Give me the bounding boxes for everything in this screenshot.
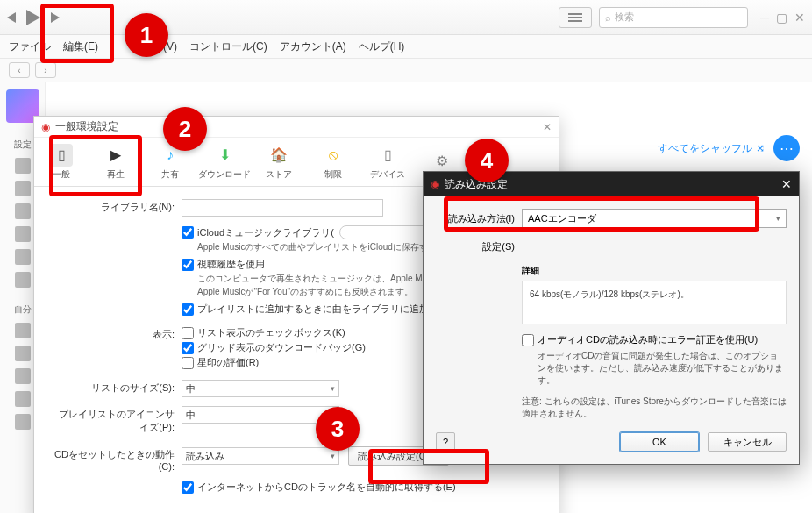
sidebar-icon-2[interactable] — [15, 181, 31, 196]
add-to-library-label: プレイリストに追加するときに曲をライブラリに追加(D) — [197, 303, 442, 316]
tab-playback-label: 再生 — [107, 168, 125, 181]
star-rating-checkbox[interactable] — [182, 357, 194, 369]
sidebar-icon-8[interactable] — [15, 346, 31, 361]
tab-device-label: デバイス — [370, 168, 405, 181]
window-close-icon[interactable]: ✕ — [794, 11, 805, 25]
library-name-input[interactable] — [182, 199, 383, 217]
list-check-label: リスト表示のチェックボックス(K) — [197, 326, 345, 339]
icloud-account-pill — [339, 225, 436, 239]
list-size-select[interactable]: 中▾ — [182, 380, 339, 397]
dialog-note: 注意: これらの設定は、iTunes Storeからダウンロードした音楽には適用… — [522, 395, 787, 420]
import-method-select[interactable]: AACエンコーダ▾ — [522, 209, 787, 228]
forward-button[interactable]: › — [35, 62, 56, 78]
tab-general-label: 一般 — [53, 168, 70, 181]
menu-control[interactable]: コントロール(C) — [189, 39, 267, 54]
download-icon: ⬇ — [213, 144, 236, 167]
gear-icon: ◉ — [41, 121, 50, 133]
grid-badge-checkbox[interactable] — [182, 342, 194, 354]
help-button[interactable]: ? — [436, 432, 455, 452]
cd-track-label: インターネットからCDのトラック名を自動的に取得する(E) — [197, 481, 456, 494]
menu-account[interactable]: アカウント(A) — [280, 39, 346, 54]
general-icon: ▯ — [50, 144, 73, 167]
tab-restrict[interactable]: ⦸制限 — [306, 138, 360, 186]
window-minimize-icon[interactable]: ─ — [760, 11, 769, 25]
tab-restrict-label: 制限 — [324, 168, 342, 181]
dialog-close-icon[interactable]: ✕ — [781, 177, 792, 191]
cd-track-checkbox[interactable] — [182, 481, 194, 494]
ok-button[interactable]: OK — [620, 432, 699, 452]
prefs-title-text: 一般環境設定 — [55, 119, 118, 134]
list-size-label: リストのサイズ(S): — [52, 380, 175, 395]
sidebar-icon-1[interactable] — [15, 158, 31, 174]
tab-download-label: ダウンロード — [198, 168, 251, 181]
ok-label: OK — [652, 437, 666, 447]
play-icon: ▶ — [104, 144, 127, 167]
sidebar-icon-3[interactable] — [15, 203, 31, 219]
error-correction-checkbox[interactable] — [522, 334, 534, 346]
chevron-down-icon: ▾ — [331, 384, 335, 393]
dialog-body: 読み込み方法(I) AACエンコーダ▾ 設定(S) 詳細 64 kbps(モノラ… — [424, 196, 799, 464]
sidebar-settings-label: 設定 — [14, 139, 32, 151]
error-correction-help: オーディオCDの音質に問題が発生した場合は、このオプションを使います。ただし、読… — [538, 350, 787, 387]
icloud-checkbox[interactable] — [182, 226, 194, 239]
cd-action-select[interactable]: 読み込み▾ — [182, 447, 339, 465]
cancel-label: キャンセル — [723, 436, 772, 449]
import-setting-label: 設定(S) — [436, 240, 515, 253]
tab-store[interactable]: 🏠ストア — [252, 138, 306, 186]
import-method-value: AACエンコーダ — [528, 212, 596, 225]
chevron-down-icon: ▾ — [331, 452, 335, 460]
search-input[interactable]: ⌕ 検索 — [599, 7, 748, 28]
tab-playback[interactable]: ▶再生 — [89, 138, 143, 186]
library-name-label: ライブラリ名(N): — [52, 199, 175, 214]
nav-back-icon[interactable] — [7, 12, 16, 23]
tab-general[interactable]: ▯一般 — [34, 138, 89, 186]
cd-action-label: CDをセットしたときの動作(C): — [52, 446, 175, 472]
store-icon: 🏠 — [267, 144, 290, 167]
shuffle-icon: ⤨ — [756, 142, 765, 154]
more-button[interactable]: ⋯ — [773, 135, 800, 161]
menu-edit[interactable]: 編集(E) — [63, 39, 98, 54]
search-icon: ⌕ — [605, 12, 611, 23]
window-maximize-icon[interactable]: ▢ — [776, 11, 787, 25]
list-view-checkbox[interactable] — [182, 327, 194, 339]
add-to-library-checkbox[interactable] — [182, 303, 194, 316]
sidebar-icon-5[interactable] — [15, 249, 31, 265]
grid-check-label: グリッド表示のダウンロードバッジ(G) — [197, 341, 366, 354]
details-text: 64 kbps(モノラル)/128 kbps(ステレオ)。 — [530, 289, 689, 299]
back-button[interactable]: ‹ — [9, 62, 30, 78]
tab-store-label: ストア — [266, 168, 292, 181]
shuffle-all-link[interactable]: すべてをシャッフル ⤨ — [658, 141, 765, 156]
menu-bar: ファイル 編集(E) 表示(V) コントロール(C) アカウント(A) ヘルプ(… — [0, 35, 812, 58]
sidebar-icon-10[interactable] — [15, 391, 31, 407]
cancel-button[interactable]: キャンセル — [708, 432, 787, 452]
icon-size-select[interactable]: 中▾ — [182, 406, 339, 424]
badge-2: 2 — [163, 107, 207, 151]
prefs-close-icon[interactable]: ✕ — [543, 121, 552, 133]
dialog-icon: ◉ — [431, 178, 439, 190]
sidebar-icon-11[interactable] — [15, 414, 31, 430]
badge-4: 4 — [465, 139, 509, 182]
sidebar-icon-9[interactable] — [15, 368, 31, 384]
list-view-button[interactable] — [559, 7, 592, 28]
error-correction-label: オーディオCDの読み込み時にエラー訂正を使用(U) — [538, 333, 758, 346]
star-check-label: 星印の評価(R) — [197, 356, 259, 369]
prefs-titlebar: ◉ 一般環境設定 ✕ — [34, 117, 559, 138]
play-icon[interactable] — [26, 10, 40, 25]
menu-help[interactable]: ヘルプ(H) — [359, 39, 405, 54]
sidebar-icon-4[interactable] — [15, 226, 31, 242]
shuffle-label: すべてをシャッフル — [658, 141, 752, 156]
tab-sharing-label: 共有 — [161, 168, 179, 181]
sub-nav: ‹ › — [0, 58, 812, 82]
history-check-label: 視聴履歴を使用 — [197, 258, 265, 271]
menu-file[interactable]: ファイル — [9, 39, 51, 54]
tab-download[interactable]: ⬇ダウンロード — [197, 138, 252, 186]
gear-icon: ⚙ — [431, 150, 453, 173]
sidebar-icon-7[interactable] — [15, 323, 31, 338]
device-icon: ▯ — [376, 144, 399, 167]
nav-forward-icon[interactable] — [51, 12, 60, 23]
details-box: 64 kbps(モノラル)/128 kbps(ステレオ)。 — [522, 281, 787, 324]
sidebar-icon-6[interactable] — [15, 272, 31, 288]
tab-device[interactable]: ▯デバイス — [360, 138, 415, 186]
search-placeholder: 検索 — [615, 11, 634, 24]
history-checkbox[interactable] — [182, 259, 194, 271]
